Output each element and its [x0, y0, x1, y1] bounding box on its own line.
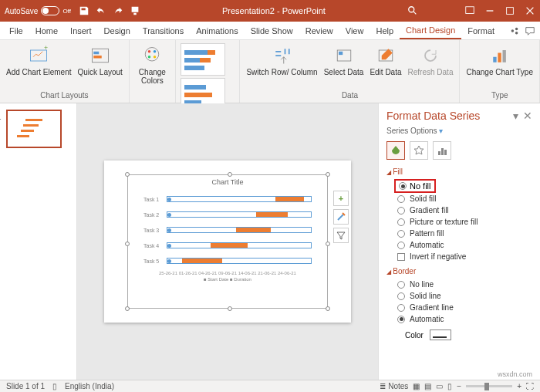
reading-view-icon[interactable]: ▭ [436, 382, 443, 390]
quick-access-toolbar [79, 5, 140, 16]
change-chart-type-button[interactable]: Change Chart Type [464, 43, 535, 78]
add-element-label: Add Chart Element [6, 68, 72, 76]
zoom-out-icon[interactable]: − [457, 382, 461, 390]
pattern-fill-option[interactable]: Pattern fill [386, 228, 532, 239]
tab-animations[interactable]: Animations [190, 23, 244, 39]
no-line-option[interactable]: No line [386, 279, 532, 290]
zoom-in-icon[interactable]: + [517, 382, 521, 390]
minimize-icon[interactable] [484, 5, 495, 16]
picture-fill-option[interactable]: Picture or texture fill [386, 216, 532, 228]
tab-home[interactable]: Home [29, 23, 64, 39]
chart-object[interactable]: Chart Title Task 1 Task 2 Task 3 Task 4 … [127, 174, 328, 309]
svg-rect-16 [493, 57, 496, 63]
chart-title[interactable]: Chart Title [128, 175, 327, 186]
svg-point-0 [409, 7, 414, 12]
switch-row-column-button[interactable]: Switch Row/ Column [245, 43, 319, 78]
chart-legend: ■ Start Date ■ Duration [136, 277, 319, 282]
fill-section-head[interactable]: Fill [386, 167, 532, 176]
tab-review[interactable]: Review [299, 23, 339, 39]
panel-close-icon[interactable]: ✕ [523, 110, 532, 122]
group-chart-styles: Chart Styles [176, 40, 241, 103]
watermark: wsxdn.com [498, 370, 532, 378]
group-chart-layouts: + Add Chart Element Quick Layout Chart L… [0, 40, 130, 103]
maximize-icon[interactable] [505, 5, 515, 16]
slide-thumbnail-1[interactable]: 1 [6, 110, 62, 148]
slide-canvas[interactable]: Chart Title Task 1 Task 2 Task 3 Task 4 … [77, 103, 378, 380]
select-data-button[interactable]: Select Data [322, 43, 366, 78]
toggle-off-icon[interactable] [41, 6, 59, 15]
chart-styles-button[interactable] [333, 209, 349, 225]
panel-dropdown-icon[interactable]: ▾ [513, 110, 518, 122]
tab-view[interactable]: View [339, 23, 370, 39]
solid-line-option[interactable]: Solid line [386, 290, 532, 302]
gradient-line-option[interactable]: Gradient line [386, 302, 532, 313]
title-bar: AutoSave Off Presentation2 - PowerPoint [0, 0, 540, 22]
svg-rect-1 [466, 7, 474, 14]
edit-data-button[interactable]: Edit Data [368, 43, 403, 78]
tab-chart-design[interactable]: Chart Design [400, 22, 461, 39]
automatic-line-option[interactable]: Automatic [386, 313, 532, 325]
chart-filters-button[interactable] [333, 228, 349, 243]
search-icon[interactable] [407, 5, 418, 16]
tab-help[interactable]: Help [370, 23, 400, 39]
tab-file[interactable]: File [3, 23, 29, 39]
border-section-head[interactable]: Border [386, 267, 532, 275]
automatic-fill-option[interactable]: Automatic [386, 239, 532, 251]
svg-rect-21 [444, 150, 447, 155]
tab-insert[interactable]: Insert [64, 23, 98, 39]
redo-icon[interactable] [113, 5, 123, 16]
tab-transitions[interactable]: Transitions [137, 23, 190, 39]
quick-layout-button[interactable]: Quick Layout [76, 43, 124, 78]
tab-format[interactable]: Format [461, 23, 501, 39]
svg-rect-20 [441, 148, 444, 155]
start-icon[interactable] [130, 5, 140, 16]
no-fill-option[interactable]: No fill [394, 179, 436, 193]
svg-rect-7 [93, 56, 102, 59]
ribbon: + Add Chart Element Quick Layout Chart L… [0, 40, 540, 103]
comments-icon[interactable] [525, 25, 535, 36]
svg-rect-19 [438, 151, 440, 155]
color-swatch-icon[interactable] [430, 329, 451, 340]
format-data-series-panel: Format Data Series ▾ ✕ Series Options ▾ … [378, 103, 540, 380]
tab-slideshow[interactable]: Slide Show [245, 23, 299, 39]
refresh-data-button[interactable]: Refresh Data [407, 43, 455, 78]
effects-tab-icon[interactable] [410, 141, 428, 160]
add-chart-element-button[interactable]: + Add Chart Element [5, 43, 73, 78]
accessibility-icon[interactable]: ▯ [52, 382, 57, 390]
undo-icon[interactable] [96, 5, 106, 16]
slide-info: Slide 1 of 1 [6, 382, 45, 390]
fit-window-icon[interactable]: ⛶ [526, 382, 534, 390]
svg-point-9 [148, 50, 151, 53]
ribbon-options-icon[interactable] [464, 5, 475, 16]
slide-thumbnail-panel: 1 [0, 103, 77, 380]
border-color-row[interactable]: Color [386, 329, 532, 340]
group-label-data: Data [245, 91, 454, 100]
series-options-tab-icon[interactable] [433, 141, 451, 160]
normal-view-icon[interactable]: ▦ [413, 382, 420, 390]
change-colors-button[interactable]: Change Colors [134, 43, 170, 86]
svg-rect-18 [502, 50, 505, 63]
chart-elements-button[interactable]: + [333, 191, 349, 206]
panel-title: Format Data Series [386, 110, 480, 122]
notes-button[interactable]: ≣ Notes [380, 382, 408, 390]
close-icon[interactable] [525, 5, 535, 16]
tab-design[interactable]: Design [98, 23, 137, 39]
main-area: 1 Chart Title Task 1 Task 2 Task 3 Task … [0, 103, 540, 380]
slide: Chart Title Task 1 Task 2 Task 3 Task 4 … [104, 161, 351, 323]
autosave-toggle[interactable]: AutoSave Off [5, 6, 71, 15]
change-colors-label: Change Colors [136, 68, 169, 85]
share-icon[interactable] [509, 25, 520, 36]
zoom-slider[interactable] [466, 385, 512, 387]
gradient-fill-option[interactable]: Gradient fill [386, 204, 532, 216]
language[interactable]: English (India) [65, 382, 114, 390]
chart-floating-tools: + [333, 191, 349, 243]
save-icon[interactable] [79, 5, 89, 16]
fill-line-tab-icon[interactable] [386, 141, 405, 160]
quick-layout-label: Quick Layout [78, 68, 123, 76]
chart-style-1[interactable] [181, 43, 225, 76]
slideshow-view-icon[interactable]: ▯ [447, 382, 452, 390]
solid-fill-option[interactable]: Solid fill [386, 193, 532, 204]
sorter-view-icon[interactable]: ▤ [424, 382, 431, 390]
invert-negative-option[interactable]: Invert if negative [386, 251, 532, 262]
svg-rect-17 [498, 53, 501, 63]
